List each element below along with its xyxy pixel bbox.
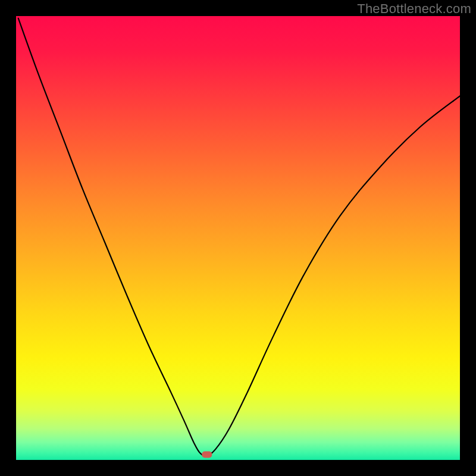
chart-plot xyxy=(0,0,476,476)
plot-background xyxy=(16,16,460,460)
watermark-text: TheBottleneck.com xyxy=(357,1,471,17)
optimal-marker xyxy=(202,452,212,458)
chart-frame: { "watermark": "TheBottleneck.com", "cha… xyxy=(0,0,476,476)
